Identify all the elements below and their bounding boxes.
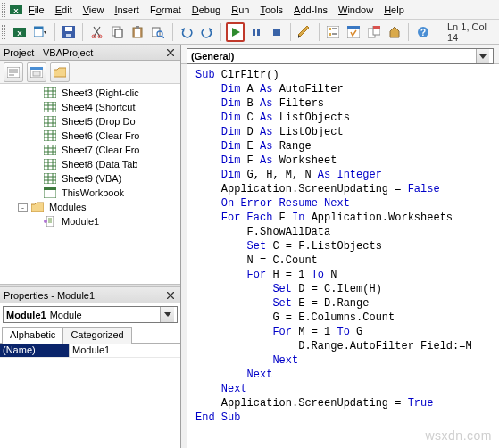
object-browser-button[interactable] xyxy=(365,22,384,42)
cut-button[interactable] xyxy=(87,22,106,42)
menu-format[interactable]: Format xyxy=(145,3,187,17)
svg-rect-21 xyxy=(273,29,280,36)
object-combo-value: (General) xyxy=(191,51,234,62)
menu-grip[interactable] xyxy=(2,3,5,17)
project-explorer-close-button[interactable] xyxy=(164,46,177,59)
menu-tools[interactable]: Tools xyxy=(254,3,288,17)
worksheet-icon xyxy=(43,143,57,157)
property-name-label[interactable]: (Name) xyxy=(0,344,70,357)
worksheet-icon xyxy=(43,100,57,114)
folder-icon xyxy=(30,200,45,214)
tab-alphabetic[interactable]: Alphabetic xyxy=(2,327,63,344)
tree-sheet5[interactable]: Sheet5 (Drop Do xyxy=(60,116,137,127)
tree-sheet6[interactable]: Sheet6 (Clear Fro xyxy=(60,130,141,141)
menu-run[interactable]: Run xyxy=(226,3,254,17)
toggle-folders-button[interactable] xyxy=(50,62,70,82)
tree-sheet9[interactable]: Sheet9 (VBA) xyxy=(60,173,123,184)
project-tree[interactable]: Sheet3 (Right-clic Sheet4 (Shortcut Shee… xyxy=(0,84,180,284)
svg-rect-15 xyxy=(136,26,139,29)
run-button[interactable] xyxy=(226,22,245,42)
svg-rect-24 xyxy=(329,33,331,36)
tree-sheet7[interactable]: Sheet7 (Clear Fro xyxy=(60,145,141,155)
menu-insert[interactable]: Insert xyxy=(109,3,145,17)
find-button[interactable] xyxy=(149,22,168,42)
svg-rect-40 xyxy=(30,67,43,70)
redo-button[interactable] xyxy=(198,22,217,42)
menu-addins[interactable]: Add-Ins xyxy=(288,3,333,17)
svg-rect-42 xyxy=(44,87,56,98)
svg-text:X: X xyxy=(18,29,23,37)
copy-button[interactable] xyxy=(108,22,127,42)
worksheet-icon xyxy=(43,114,57,129)
design-mode-button[interactable] xyxy=(295,22,314,42)
property-name-value[interactable]: Module1 xyxy=(70,344,180,357)
svg-rect-72 xyxy=(44,173,56,184)
svg-point-83 xyxy=(44,220,47,223)
tab-categorized[interactable]: Categorized xyxy=(62,327,131,344)
tree-modules-folder[interactable]: Modules xyxy=(47,202,88,212)
project-explorer-titlebar: Project - VBAProject xyxy=(0,45,180,61)
svg-rect-14 xyxy=(135,29,140,37)
standard-toolbar: X ? Ln 1, Col 14 xyxy=(0,20,499,45)
worksheet-icon xyxy=(43,129,57,143)
menu-edit[interactable]: Edit xyxy=(50,3,78,17)
menu-window[interactable]: Window xyxy=(333,3,378,17)
svg-rect-20 xyxy=(257,29,260,36)
tree-module1[interactable]: Module1 xyxy=(60,216,101,227)
tree-thisworkbook[interactable]: ThisWorkbook xyxy=(60,187,126,198)
properties-grid[interactable]: (Name) Module1 xyxy=(0,344,180,448)
svg-rect-41 xyxy=(33,71,40,76)
properties-object-combo[interactable]: Module1 Module xyxy=(3,306,178,323)
tree-sheet4[interactable]: Sheet4 (Shortcut xyxy=(60,102,137,112)
module-icon xyxy=(43,214,57,228)
view-code-button[interactable] xyxy=(4,62,23,82)
save-button[interactable] xyxy=(60,22,79,42)
project-explorer-toolbar xyxy=(0,61,180,84)
svg-rect-79 xyxy=(46,216,54,227)
properties-window-button[interactable] xyxy=(345,22,363,42)
chevron-down-icon xyxy=(476,49,489,63)
object-combo[interactable]: (General) xyxy=(187,48,494,64)
help-button[interactable]: ? xyxy=(413,22,432,42)
tree-sheet3[interactable]: Sheet3 (Right-clic xyxy=(60,87,141,98)
excel-icon: X xyxy=(9,3,23,17)
properties-object-type: Module xyxy=(50,310,82,320)
tree-twisty-modules[interactable]: - xyxy=(18,203,28,212)
code-object-bar: (General) xyxy=(181,45,499,64)
menu-view[interactable]: View xyxy=(78,3,110,17)
view-excel-button[interactable]: X xyxy=(11,22,29,42)
menu-debug[interactable]: Debug xyxy=(187,3,226,17)
svg-text:?: ? xyxy=(420,28,426,37)
svg-text:X: X xyxy=(13,7,19,15)
svg-rect-5 xyxy=(34,27,43,29)
properties-object-name: Module1 xyxy=(6,310,46,320)
menu-help[interactable]: Help xyxy=(378,3,410,17)
svg-rect-19 xyxy=(253,29,255,36)
chevron-down-icon xyxy=(160,307,174,322)
code-editor[interactable]: Sub ClrFltr() Dim A As AutoFilter Dim B … xyxy=(181,64,499,448)
project-explorer-button[interactable] xyxy=(324,22,343,42)
toolbar-grip[interactable] xyxy=(2,25,5,39)
cursor-position-label: Ln 1, Col 14 xyxy=(447,21,497,43)
tree-sheet8[interactable]: Sheet8 (Data Tab xyxy=(60,159,139,170)
svg-rect-78 xyxy=(44,187,56,190)
svg-rect-57 xyxy=(44,130,56,141)
paste-button[interactable] xyxy=(129,22,147,42)
view-object-button[interactable] xyxy=(27,62,46,82)
undo-button[interactable] xyxy=(178,22,196,42)
properties-title: Properties - Module1 xyxy=(4,290,95,301)
toolbox-button[interactable] xyxy=(385,22,403,42)
properties-close-button[interactable] xyxy=(164,289,177,302)
svg-rect-28 xyxy=(347,26,360,29)
property-row-name: (Name) Module1 xyxy=(0,344,180,358)
reset-button[interactable] xyxy=(267,22,286,42)
svg-rect-52 xyxy=(44,116,56,127)
project-explorer-title: Project - VBAProject xyxy=(4,47,93,58)
insert-dropdown-button[interactable] xyxy=(31,22,50,42)
break-button[interactable] xyxy=(246,22,265,42)
svg-line-18 xyxy=(162,36,164,38)
svg-rect-12 xyxy=(115,29,122,37)
worksheet-icon xyxy=(43,171,57,186)
workbook-icon xyxy=(43,186,57,200)
menu-file[interactable]: FFileile xyxy=(23,3,50,17)
